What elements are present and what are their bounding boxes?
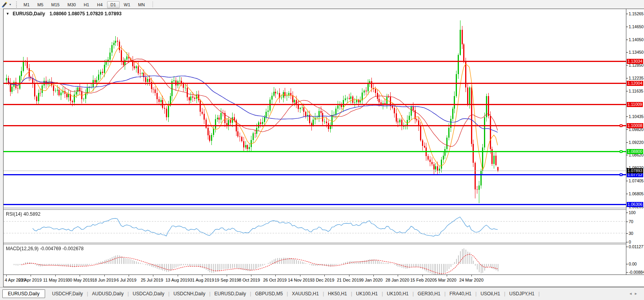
tab-scroll-right-icon[interactable]: ▸ — [635, 291, 640, 296]
rsi-axis-label: 70 — [629, 219, 633, 224]
main-chart-canvas[interactable] — [4, 9, 626, 208]
rsi-axis-label: 0 — [629, 240, 631, 244]
chart-tab-1[interactable]: USDCHF,Daily — [48, 289, 87, 298]
macd-canvas[interactable] — [4, 244, 626, 275]
price-tick-mark — [626, 91, 628, 91]
timeframe-button-h1[interactable]: H1 — [80, 1, 93, 8]
date-tick-mark — [80, 275, 80, 276]
price-tick-label: 1.11635 — [629, 89, 643, 93]
date-tick-label: 24 Mar 2020 — [459, 278, 484, 282]
chart-tab-4[interactable]: USDCNH,Daily — [169, 289, 209, 298]
date-tick-mark — [422, 275, 423, 276]
chart-ohlc-values: 1.08060 1.08075 1.07820 1.07893 — [49, 11, 122, 16]
chart-tab-12[interactable]: FRA40,H1 — [446, 289, 475, 298]
chart-symbol-label: EURUSD,Daily — [13, 11, 45, 16]
timeframe-button-mn[interactable]: MN — [135, 1, 148, 8]
date-tick-label: 19 Sep 2019 — [215, 278, 239, 282]
date-tick-label: 13 Aug 2019 — [166, 278, 190, 282]
chart-tab-9[interactable]: UK100,H1 — [352, 289, 382, 298]
level-line-handle[interactable] — [620, 173, 622, 176]
price-tick-mark — [626, 155, 628, 155]
chart-tab-11[interactable]: GER30,H1 — [414, 289, 444, 298]
date-tick-mark — [178, 275, 178, 276]
date-axis-border — [4, 275, 644, 275]
date-tick-mark — [31, 275, 31, 276]
macd-panel: MACD(12,26,9) -0.004769 -0.002678 — [4, 244, 626, 275]
chart-tab-0[interactable]: EURUSD,Daily — [2, 289, 45, 298]
panel-separator-rsi-macd[interactable] — [4, 243, 644, 244]
date-tick-label: 31 Aug 2019 — [190, 278, 214, 282]
cursor-tool-icon[interactable] — [2, 1, 9, 7]
current-price-line — [4, 171, 626, 171]
chart-tab-6[interactable]: GBPUSD,M5 — [251, 289, 287, 298]
rsi-value: 40.5892 — [24, 211, 40, 217]
level-line-handle[interactable] — [620, 150, 622, 153]
panel-separator-main-rsi[interactable] — [4, 208, 644, 210]
chart-tab-bar: EURUSD,DailyUSDCHF,Daily|AUDUSD,Daily|US… — [0, 287, 644, 300]
price-tick-mark — [626, 65, 628, 65]
date-tick-mark — [447, 275, 447, 276]
price-tick-mark — [626, 52, 628, 53]
tab-scroll-left-icon[interactable]: ◂ — [629, 291, 635, 296]
macd-tick-mark — [626, 272, 628, 273]
chart-tab-14[interactable]: USDJPY,H1 — [505, 289, 538, 298]
chart-tab-8[interactable]: HK50,H1 — [324, 289, 351, 298]
timeframe-button-d1[interactable]: D1 — [107, 1, 120, 8]
price-tick-label: 1.06805 — [629, 191, 644, 196]
price-tick-label: 1.13450 — [629, 50, 644, 55]
price-tick-label: 1.14050 — [629, 37, 644, 42]
chart-tab-13[interactable]: USOil,H1 — [477, 289, 504, 298]
date-tick-label: 14 Nov 2019 — [288, 278, 312, 282]
horizontal-level-line[interactable] — [4, 125, 626, 126]
date-tick-mark — [349, 275, 349, 276]
chart-tab-2[interactable]: AUDUSD,Daily — [88, 289, 128, 298]
price-tick-mark — [626, 40, 628, 40]
date-tick-label: 3 Dec 2019 — [312, 278, 334, 282]
timeframe-button-m15[interactable]: M15 — [48, 1, 63, 8]
timeframe-button-w1[interactable]: W1 — [120, 1, 134, 8]
price-level-label: 1.12004 — [627, 81, 643, 86]
horizontal-level-line[interactable] — [4, 174, 626, 175]
chart-tab-10[interactable]: UK100,H1 — [383, 289, 412, 298]
price-tick-mark — [626, 14, 628, 14]
date-tick-mark — [129, 275, 129, 276]
tool-dropdown-caret[interactable]: ▾ — [9, 3, 11, 6]
mt4-window: ▾ M1M5M15M30H1H4D1W1MN ▼ EURUSD,Daily 1.… — [0, 0, 644, 300]
date-tick-mark — [153, 275, 153, 276]
price-axis: 1.152651.146501.140501.134501.128501.122… — [626, 9, 644, 275]
rsi-axis-label: 30 — [629, 231, 633, 236]
date-tick-label: 6 Jul 2019 — [116, 278, 136, 282]
date-tick-label: 9 Jan 2020 — [361, 278, 382, 282]
rsi-tick-mark — [626, 242, 628, 242]
chart-title: ▼ EURUSD,Daily 1.08060 1.08075 1.07820 1… — [6, 11, 122, 16]
chart-tab-5[interactable]: EURUSD,Daily — [211, 289, 250, 298]
chart-tab-7[interactable]: XAUUSD,H1 — [288, 289, 323, 298]
rsi-axis-label: 100 — [629, 210, 636, 215]
timeframe-button-m1[interactable]: M1 — [20, 1, 33, 8]
rsi-canvas[interactable] — [4, 210, 626, 243]
main-chart-panel — [4, 9, 626, 208]
chart-tab-3[interactable]: USDCAD,Daily — [129, 289, 168, 298]
timeframe-button-m30[interactable]: M30 — [64, 1, 79, 8]
date-tick-label: 26 Oct 2019 — [263, 278, 287, 282]
date-tick-mark — [471, 275, 472, 276]
timeframe-button-m5[interactable]: M5 — [34, 1, 47, 8]
date-tick-mark — [300, 275, 300, 276]
chart-dropdown-icon[interactable]: ▼ — [6, 12, 9, 16]
horizontal-level-line[interactable] — [4, 151, 626, 152]
price-tick-label: 1.15265 — [629, 11, 644, 16]
price-level-label: 1.13034 — [627, 59, 643, 64]
date-tick-mark — [55, 275, 56, 276]
macd-tick-mark — [626, 264, 628, 264]
timeframe-button-h4[interactable]: H4 — [93, 1, 106, 8]
rsi-panel: RSI(14) 40.5892 — [4, 210, 626, 243]
tab-scroll-arrows[interactable]: ◂▸ — [629, 291, 640, 296]
macd-axis-label: -0.008845 — [629, 270, 644, 275]
macd-label: MACD(12,26,9) -0.004769 -0.002678 — [6, 246, 84, 251]
horizontal-level-line[interactable] — [4, 61, 626, 62]
price-tick-label: 1.14650 — [629, 24, 644, 29]
level-line-handle[interactable] — [620, 124, 622, 127]
horizontal-level-line[interactable] — [4, 204, 626, 205]
horizontal-level-line[interactable] — [4, 104, 626, 105]
horizontal-level-line[interactable] — [4, 83, 626, 84]
